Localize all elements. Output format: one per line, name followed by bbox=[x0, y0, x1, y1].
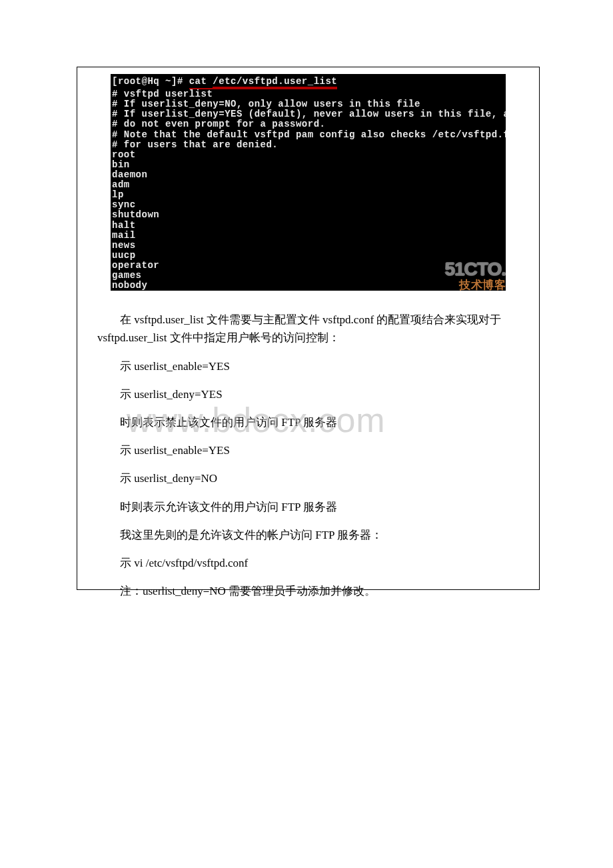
terminal-line: daemon bbox=[111, 170, 506, 180]
terminal-line: root bbox=[111, 150, 506, 160]
paragraph-allow-note: 时则表示允许该文件的用户访问 FTP 服务器 bbox=[97, 498, 519, 516]
terminal-line: bin bbox=[111, 160, 506, 170]
paragraph-config-2: 示 userlist_deny=YES bbox=[97, 385, 519, 403]
paragraph-vi-command: 示 vi /etc/vsftpd/vsftpd.conf bbox=[97, 554, 519, 572]
terminal-line: sync bbox=[111, 200, 506, 210]
terminal-line: mail bbox=[111, 231, 506, 241]
cat-word: cat bbox=[189, 76, 213, 87]
paragraph-note: 注：userlist_deny=NO 需要管理员手动添加并修改。 bbox=[97, 582, 519, 600]
paragraph-config-4: 示 userlist_deny=NO bbox=[97, 469, 519, 487]
prompt-text: [root@Hq ~]# bbox=[112, 76, 189, 87]
terminal-line: adm bbox=[111, 180, 506, 190]
terminal-line: # If userlist_deny=NO, only allow users … bbox=[111, 99, 506, 109]
paragraph-intro: 在 vsftpd.user_list 文件需要与主配置文件 vsftpd.con… bbox=[97, 311, 519, 347]
terminal-line: news bbox=[111, 241, 506, 251]
terminal-line: # do not even prompt for a password. bbox=[111, 119, 506, 129]
watermark-tech-blog: 技术博客 bbox=[459, 279, 506, 291]
file-path: /etc/vsftpd.user_list bbox=[213, 77, 337, 88]
document-page: [root@Hq ~]# cat /etc/vsftpd.user_list #… bbox=[77, 67, 540, 590]
terminal-prompt-line: [root@Hq ~]# cat /etc/vsftpd.user_list bbox=[111, 77, 506, 89]
paragraph-deny-note: 时则表示禁止该文件的用户访问 FTP 服务器 bbox=[97, 413, 519, 431]
terminal-line: # vsftpd userlist bbox=[111, 89, 506, 99]
terminal-line: # Note that the default vsftpd pam confi… bbox=[111, 130, 506, 140]
terminal-line: # for users that are denied. bbox=[111, 140, 506, 150]
terminal-line: shutdown bbox=[111, 210, 506, 220]
paragraph-choice: 我这里先则的是允许该文件的帐户访问 FTP 服务器： bbox=[97, 526, 519, 544]
terminal-cat-command: cat /etc/vsftpd.user_list bbox=[189, 77, 338, 89]
terminal-line: # If userlist_deny=YES (default), never … bbox=[111, 109, 506, 119]
terminal-line: nobody bbox=[111, 281, 506, 291]
terminal-screenshot: [root@Hq ~]# cat /etc/vsftpd.user_list #… bbox=[111, 74, 506, 291]
document-body: 在 vsftpd.user_list 文件需要与主配置文件 vsftpd.con… bbox=[77, 311, 539, 600]
paragraph-config-3: 示 userlist_enable=YES bbox=[97, 441, 519, 459]
terminal-line: halt bbox=[111, 221, 506, 231]
terminal-line: lp bbox=[111, 190, 506, 200]
paragraph-config-1: 示 userlist_enable=YES bbox=[97, 357, 519, 375]
watermark-51cto: 51CTO. bbox=[444, 260, 506, 279]
